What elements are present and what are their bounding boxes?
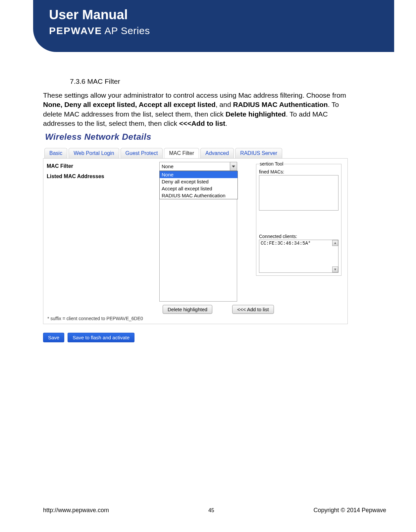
para-bold: None, Deny all except listed, Accept all… (43, 101, 216, 108)
insertion-tool-legend: sertion Tool (259, 161, 284, 167)
option-deny-all-except-listed[interactable]: Deny all except listed (160, 178, 237, 185)
mac-filter-select[interactable]: None (159, 162, 237, 171)
suffix-footnote: * suffix = client connected to PEPWAVE_6… (47, 314, 344, 322)
para-bold: <<<Add to list (179, 120, 225, 127)
defined-macs-listbox[interactable] (259, 175, 338, 211)
brand-thin: AP Series (102, 25, 150, 36)
client-entry[interactable]: CC:FE:3C:46:34:5A* (261, 241, 311, 246)
para-bold: Delete highlighted (226, 110, 286, 118)
save-flash-activate-button[interactable]: Save to flash and activate (68, 333, 134, 342)
doc-header-banner: User Manual PEPWAVE AP Series (33, 0, 394, 52)
label-listed-mac-addresses: Listed MAC Addresses (47, 172, 159, 181)
para-text: . (225, 120, 227, 127)
label-mac-filter: MAC Filter (47, 162, 159, 170)
page-number: 45 (208, 508, 214, 513)
copyright-year: 2014 (347, 507, 360, 513)
option-radius-mac-authentication[interactable]: RADIUS MAC Authentication (160, 192, 237, 199)
tab-mac-filter[interactable]: MAC Filter (164, 148, 199, 158)
connected-clients-label: Connected clients: (259, 234, 338, 239)
copyright-post: Pepwave (360, 507, 386, 513)
option-accept-all-except-listed[interactable]: Accept all except listed (160, 185, 237, 192)
connected-clients-listbox[interactable]: CC:FE:3C:46:34:5A* ▲ ▼ (259, 240, 338, 273)
section-paragraph: These settings allow your administrator … (43, 91, 348, 128)
doc-title: User Manual (49, 7, 128, 22)
delete-highlighted-button[interactable]: Delete highlighted (163, 305, 212, 314)
section-heading: 7.3.6 MAC Filter (70, 77, 120, 85)
tab-radius-server[interactable]: RADIUS Server (235, 148, 282, 158)
save-button[interactable]: Save (43, 333, 64, 342)
page-footer: http://www.pepwave.com 45 Copyright © 20… (43, 507, 386, 514)
tab-web-portal-login[interactable]: Web Portal Login (69, 148, 119, 158)
dropdown-arrow-icon[interactable] (230, 162, 237, 171)
tab-guest-protect[interactable]: Guest Protect (121, 148, 163, 158)
para-text: These settings allow your administrator … (43, 91, 346, 99)
listed-mac-addresses-listbox[interactable] (159, 197, 237, 302)
embedded-ui: Wireless Network Details Basic Web Porta… (43, 130, 348, 342)
scroll-up-icon[interactable]: ▲ (332, 240, 338, 246)
tab-bar: Basic Web Portal Login Guest Protect MAC… (43, 148, 348, 158)
tab-advanced[interactable]: Advanced (200, 148, 234, 158)
brand-strong: PEPWAVE (49, 25, 102, 36)
copyright-pre: Copyright © (314, 507, 347, 513)
mac-filter-dropdown: None Deny all except listed Accept all e… (159, 171, 238, 199)
mac-filter-select-value: None (162, 164, 174, 169)
tab-basic[interactable]: Basic (44, 148, 67, 158)
mac-insertion-tool-fieldset: sertion Tool fined MACs: Connected clien… (256, 161, 341, 276)
defined-macs-label: fined MACs: (259, 169, 338, 174)
para-text: , and (216, 101, 233, 108)
panel-title: Wireless Network Details (43, 130, 348, 148)
form-panel: MAC Filter None None Deny all except lis… (43, 158, 348, 324)
footer-copyright: Copyright © 2014 Pepwave (314, 507, 386, 514)
doc-brand: PEPWAVE AP Series (49, 25, 150, 36)
add-to-list-button[interactable]: <<< Add to list (232, 305, 274, 314)
para-bold: RADIUS MAC Authentication (233, 101, 328, 108)
footer-url: http://www.pepwave.com (43, 507, 109, 514)
option-none[interactable]: None (160, 171, 237, 178)
scroll-down-icon[interactable]: ▼ (332, 266, 338, 272)
